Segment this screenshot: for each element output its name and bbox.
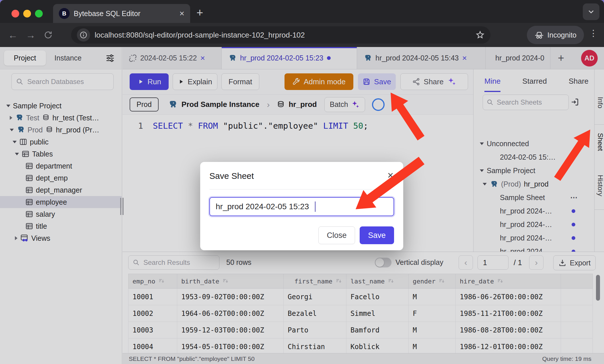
cell[interactable]: M bbox=[409, 289, 456, 305]
batch-button[interactable]: Batch bbox=[324, 97, 365, 112]
cell[interactable]: Bezalel bbox=[284, 305, 346, 322]
filter-tune-icon[interactable] bbox=[105, 53, 115, 63]
browser-menu-icon[interactable]: ⋮ bbox=[589, 28, 598, 38]
cell[interactable]: Parto bbox=[284, 322, 346, 338]
modal-save-button[interactable]: Save bbox=[360, 226, 394, 244]
caret-down-icon[interactable] bbox=[480, 142, 484, 145]
table-row[interactable]: 10001 1953-09-02T00:00:00Z Georgi Facell… bbox=[128, 289, 593, 305]
cell[interactable]: Simmel bbox=[346, 305, 409, 322]
cell[interactable]: Bamford bbox=[346, 322, 409, 338]
cell[interactable]: 1959-12-03T00:00:00Z bbox=[177, 322, 284, 338]
window-minimize-button[interactable] bbox=[23, 10, 31, 17]
cell[interactable]: Koblick bbox=[346, 338, 409, 353]
cell[interactable]: 10002 bbox=[128, 305, 177, 322]
modal-close-button[interactable]: Close bbox=[318, 226, 355, 244]
caret-right-icon[interactable] bbox=[15, 236, 17, 240]
tree-item-table[interactable]: dept_manager bbox=[0, 184, 122, 196]
explain-button[interactable]: Explain bbox=[173, 73, 217, 90]
bookmark-star-icon[interactable] bbox=[476, 30, 485, 40]
cell[interactable]: 10003 bbox=[128, 322, 177, 338]
editor-tab-active[interactable]: hr_prod 2024-02-05 15:23 bbox=[222, 47, 357, 69]
window-close-button[interactable] bbox=[11, 10, 19, 17]
tree-item-database-test[interactable]: Test hr_test (Test… bbox=[0, 112, 122, 124]
cell[interactable]: 1986-08-28T00:00:00Z bbox=[456, 322, 561, 338]
cell[interactable]: Georgi bbox=[284, 289, 346, 305]
sheet-database-group[interactable]: (Prod) hr_prod bbox=[474, 177, 594, 191]
editor-tab-clipped[interactable]: hr_prod 2024-0 bbox=[486, 47, 550, 69]
modal-close-icon[interactable]: × bbox=[387, 169, 393, 181]
window-zoom-button[interactable] bbox=[35, 10, 43, 17]
cell[interactable]: M bbox=[409, 322, 456, 338]
sort-icon[interactable] bbox=[497, 278, 504, 285]
database-name[interactable]: hr_prod bbox=[289, 100, 317, 109]
vertical-display-toggle[interactable] bbox=[375, 258, 391, 267]
tree-item-table[interactable]: dept_emp bbox=[0, 172, 122, 184]
cell[interactable]: 10004 bbox=[128, 338, 177, 353]
forward-button[interactable]: → bbox=[26, 30, 36, 41]
results-search[interactable]: Search Results bbox=[128, 255, 219, 270]
run-button[interactable]: Run bbox=[130, 73, 169, 90]
tab-share[interactable]: Share bbox=[569, 77, 589, 92]
site-info-icon[interactable] bbox=[77, 28, 90, 42]
new-tab-button[interactable]: + bbox=[196, 6, 203, 19]
tab-info-vertical[interactable]: Info bbox=[595, 97, 604, 108]
table-row[interactable]: 10004 1954-05-01T00:00:00Z Chirstian Kob… bbox=[128, 338, 593, 353]
tab-history-vertical[interactable]: History bbox=[595, 175, 604, 196]
export-button[interactable]: Export bbox=[553, 255, 596, 270]
sheet-name-input[interactable] bbox=[209, 197, 394, 216]
editor-tab[interactable]: hr_prod 2024-02-05 15:43 × bbox=[357, 47, 486, 69]
cell[interactable]: 1964-06-02T00:00:00Z bbox=[177, 305, 284, 322]
cell[interactable]: 1986-06-26T00:00:00Z bbox=[456, 289, 561, 305]
browser-tab[interactable]: B Bytebase SQL Editor × bbox=[53, 4, 190, 23]
sheet-item[interactable]: Sample Sheet ⋯ bbox=[474, 191, 594, 204]
reload-button[interactable] bbox=[44, 30, 53, 40]
cell[interactable]: F bbox=[409, 305, 456, 322]
page-input[interactable] bbox=[478, 255, 508, 270]
sheet-item[interactable]: hr_prod 2024-… bbox=[474, 204, 594, 218]
column-header[interactable]: last_name bbox=[346, 274, 409, 289]
table-row[interactable]: 10003 1959-12-03T00:00:00Z Parto Bamford… bbox=[128, 322, 593, 338]
tab-close-icon[interactable]: × bbox=[200, 54, 205, 63]
column-header[interactable]: gender bbox=[409, 274, 456, 289]
add-editor-tab-button[interactable]: + bbox=[550, 47, 572, 69]
sheet-group[interactable]: Sample Project bbox=[474, 164, 594, 177]
user-avatar[interactable]: AD bbox=[581, 50, 598, 66]
column-header[interactable]: first_name bbox=[284, 274, 346, 289]
sheet-item[interactable]: hr_prod 2024-… bbox=[474, 231, 594, 245]
tree-item-table[interactable]: department bbox=[0, 160, 122, 172]
tree-item-tables-group[interactable]: Tables bbox=[0, 148, 122, 160]
tree-item-schema[interactable]: public bbox=[0, 136, 122, 148]
caret-down-icon[interactable] bbox=[15, 153, 19, 155]
tree-item-database-prod[interactable]: Prod hr_prod (Pr… bbox=[0, 124, 122, 136]
sidebar-resize-handle[interactable] bbox=[120, 198, 125, 216]
cell[interactable]: 1985-11-21T00:00:00Z bbox=[456, 305, 561, 322]
sort-icon[interactable] bbox=[222, 278, 229, 285]
database-search[interactable]: Search Databases bbox=[11, 73, 114, 90]
tree-item-table[interactable]: title bbox=[0, 220, 122, 232]
tab-search-button[interactable] bbox=[583, 3, 599, 20]
tab-close-icon[interactable]: × bbox=[179, 9, 184, 18]
prev-page-button[interactable]: ‹ bbox=[459, 255, 473, 270]
tree-item-table[interactable]: salary bbox=[0, 208, 122, 220]
cell[interactable]: 1986-12-01T00:00:00Z bbox=[456, 338, 561, 353]
tab-mine[interactable]: Mine bbox=[484, 77, 500, 92]
tab-close-icon[interactable]: × bbox=[462, 54, 467, 63]
caret-down-icon[interactable] bbox=[480, 169, 484, 172]
caret-down-icon[interactable] bbox=[13, 141, 17, 143]
caret-down-icon[interactable] bbox=[483, 183, 487, 185]
sheet-group[interactable]: Unconnected bbox=[474, 137, 594, 150]
cell[interactable]: M bbox=[409, 338, 456, 353]
format-button[interactable]: Format bbox=[221, 73, 259, 90]
caret-right-icon[interactable] bbox=[10, 116, 12, 120]
sheet-search[interactable]: Search Sheets bbox=[483, 95, 569, 110]
tab-starred[interactable]: Starred bbox=[522, 77, 547, 92]
back-button[interactable]: ← bbox=[8, 30, 18, 41]
sort-icon[interactable] bbox=[335, 278, 342, 285]
url-bar[interactable]: localhost:8080/sql-editor/prod-sample-in… bbox=[71, 26, 490, 44]
cell[interactable]: Facello bbox=[346, 289, 409, 305]
cell[interactable]: 1953-09-02T00:00:00Z bbox=[177, 289, 284, 305]
table-row[interactable]: 10002 1964-06-02T00:00:00Z Bezalel Simme… bbox=[128, 305, 593, 322]
table-scrollbar[interactable] bbox=[596, 275, 600, 355]
sort-icon[interactable] bbox=[158, 278, 165, 285]
save-sheet-button[interactable]: Save bbox=[358, 73, 396, 90]
